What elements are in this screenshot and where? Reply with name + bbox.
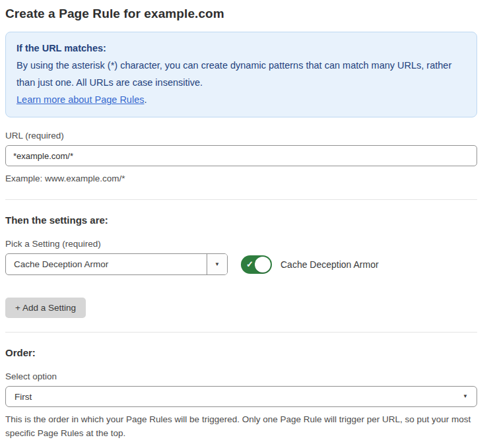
url-field-label: URL (required) bbox=[5, 131, 477, 141]
info-box-heading: If the URL matches: bbox=[16, 40, 466, 57]
info-box-body: By using the asterisk (*) character, you… bbox=[16, 57, 466, 108]
link-suffix: . bbox=[144, 94, 147, 105]
learn-more-link[interactable]: Learn more about Page Rules bbox=[16, 94, 144, 105]
chevron-down-icon: ▼ bbox=[463, 394, 468, 399]
info-box-body-text: By using the asterisk (*) character, you… bbox=[16, 60, 451, 88]
setting-toggle[interactable]: ✓ bbox=[241, 255, 272, 274]
page-title: Create a Page Rule for example.com bbox=[5, 7, 477, 21]
divider bbox=[5, 332, 477, 333]
url-match-info-box: If the URL matches: By using the asteris… bbox=[5, 32, 477, 117]
setting-select-arrow-button[interactable]: ▼ bbox=[207, 254, 227, 274]
settings-section-heading: Then the settings are: bbox=[5, 214, 477, 226]
toggle-knob bbox=[255, 257, 271, 272]
create-page-rule-form: Create a Page Rule for example.com If th… bbox=[0, 0, 495, 448]
setting-row: Cache Deception Armor ▼ ✓ Cache Deceptio… bbox=[5, 253, 477, 275]
setting-select[interactable]: Cache Deception Armor ▼ bbox=[5, 253, 228, 275]
chevron-down-icon: ▼ bbox=[214, 262, 220, 267]
url-input[interactable] bbox=[5, 145, 477, 166]
divider bbox=[5, 199, 477, 200]
check-icon: ✓ bbox=[246, 259, 253, 269]
pick-setting-label: Pick a Setting (required) bbox=[5, 239, 477, 249]
order-select[interactable]: First ▼ bbox=[5, 386, 477, 407]
url-example-helper: Example: www.example.com/* bbox=[5, 172, 477, 185]
setting-select-value: Cache Deception Armor bbox=[6, 254, 207, 274]
order-section-heading: Order: bbox=[5, 347, 477, 358]
order-select-label: Select option bbox=[5, 371, 477, 381]
setting-toggle-label: Cache Deception Armor bbox=[280, 259, 379, 270]
add-setting-button[interactable]: + Add a Setting bbox=[5, 298, 86, 318]
order-select-value: First bbox=[15, 392, 32, 402]
order-helper-text: This is the order in which your Page Rul… bbox=[5, 412, 477, 440]
